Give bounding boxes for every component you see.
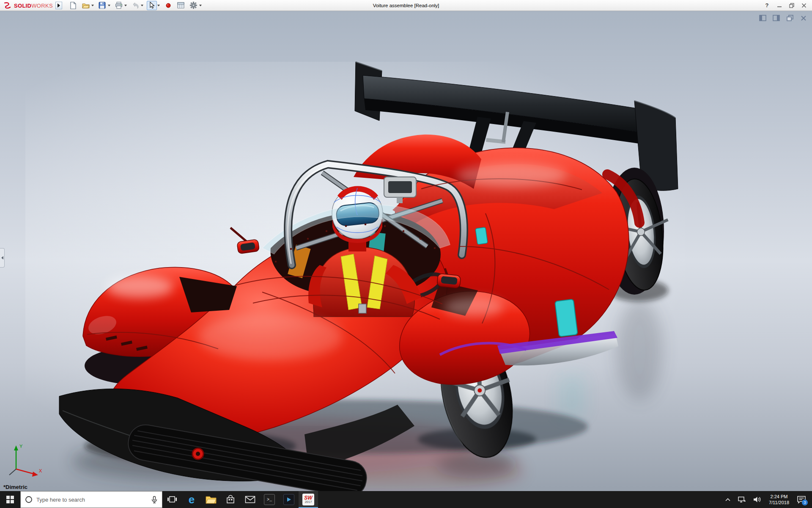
undo-icon [132,2,139,9]
select-cursor-icon [149,2,155,9]
minimize-button[interactable] [774,1,785,10]
search-input[interactable] [36,497,147,503]
task-view-icon [167,495,177,504]
options-button[interactable] [189,1,199,10]
open-button[interactable] [81,1,91,10]
edge-icon: e [189,494,195,505]
close-button[interactable] [798,1,809,10]
pane-left-icon [759,15,766,21]
media-app-icon [283,494,294,505]
network-icon [738,496,746,503]
window-title: Voiture assemblee [Read-only] [373,3,439,8]
new-document-button[interactable] [68,1,78,10]
taskbar-store[interactable] [221,491,240,508]
restore-document-icon [787,15,793,21]
windows-logo-icon [6,496,14,503]
taskbar-edge[interactable]: e [182,491,201,508]
store-icon [225,494,236,505]
feature-panel-collapse-tab[interactable] [0,248,5,268]
brand-works: WORKS [31,3,53,9]
clock-time: 2:24 PM [770,494,787,500]
cortana-circle-icon [25,496,33,503]
select-button[interactable] [147,1,157,10]
restore-icon [789,3,794,8]
cyan-side-panel [555,299,578,337]
solidworks-app-icon: SW 2017 [302,494,314,505]
taskbar-media-app[interactable] [279,491,299,508]
start-button[interactable] [0,491,20,508]
taskbar-search[interactable] [20,491,162,508]
task-view-button[interactable] [162,491,182,508]
file-explorer-icon [206,495,217,504]
undo-button[interactable] [130,1,140,10]
taskbar-mail[interactable] [240,491,260,508]
microphone-icon[interactable] [151,496,158,503]
save-button[interactable] [97,1,107,10]
select-dropdown[interactable] [157,1,161,10]
record-macro-button[interactable] [163,1,173,10]
save-dropdown[interactable] [107,1,111,10]
volume-icon [753,496,761,503]
standard-toolbar [68,1,204,10]
minimize-icon [777,3,782,8]
ds-logo-icon [3,2,12,9]
design-table-button[interactable] [176,1,186,10]
options-dropdown[interactable] [199,1,203,10]
print-icon [115,2,123,9]
graphics-area[interactable]: Y X *Dimetric [0,11,812,491]
taskbar-solidworks[interactable]: SW 2017 [299,491,318,508]
help-button[interactable]: ? [761,1,773,10]
titlebar: SOLIDWORKS [0,0,812,11]
orientation-triad: Y X [3,439,44,482]
new-document-icon [70,2,77,9]
model-scene [0,11,812,491]
print-dropdown[interactable] [124,1,128,10]
open-dropdown[interactable] [91,1,95,10]
triad-y-label: Y [19,444,23,449]
close-document-icon [801,15,807,21]
taskbar-console[interactable]: >_ [260,491,279,508]
design-table-icon [177,2,184,8]
print-button[interactable] [114,1,124,10]
save-icon [99,2,106,9]
chevron-up-icon [725,497,731,502]
undo-dropdown[interactable] [140,1,144,10]
pane-left-button[interactable] [759,15,766,21]
flyout-arrow-icon [58,3,60,8]
windows-taskbar: e >_ SW 2017 [0,491,812,508]
document-window-controls [759,15,807,21]
system-tray: 2:24 PM 7/11/2018 3 [722,491,812,508]
console-icon: >_ [264,494,275,505]
pane-right-icon [773,15,780,21]
notification-badge: 3 [802,500,808,505]
collapse-arrow-icon [1,256,3,260]
menu-flyout-button[interactable] [55,2,62,9]
action-center-button[interactable]: 3 [794,491,809,508]
taskbar-clock[interactable]: 2:24 PM 7/11/2018 [765,494,793,505]
triad-x-label: X [39,468,42,473]
close-icon [801,3,807,8]
options-gear-icon [190,2,197,9]
network-button[interactable] [735,491,749,508]
brand-solid: SOLID [14,3,31,9]
pane-right-button[interactable] [773,15,780,21]
restore-button[interactable] [786,1,797,10]
solidworks-logo: SOLIDWORKS [0,2,55,9]
close-document-button[interactable] [800,15,807,21]
open-icon [82,2,90,9]
hidden-icons-button[interactable] [722,491,733,508]
restore-document-button[interactable] [786,15,793,21]
taskbar-file-explorer[interactable] [201,491,221,508]
cyan-deck-detail [475,227,488,245]
volume-button[interactable] [750,491,764,508]
clock-date: 7/11/2018 [769,500,789,505]
view-orientation-label: *Dimetric [3,484,27,490]
mail-icon [245,495,255,504]
record-macro-icon [165,3,171,8]
